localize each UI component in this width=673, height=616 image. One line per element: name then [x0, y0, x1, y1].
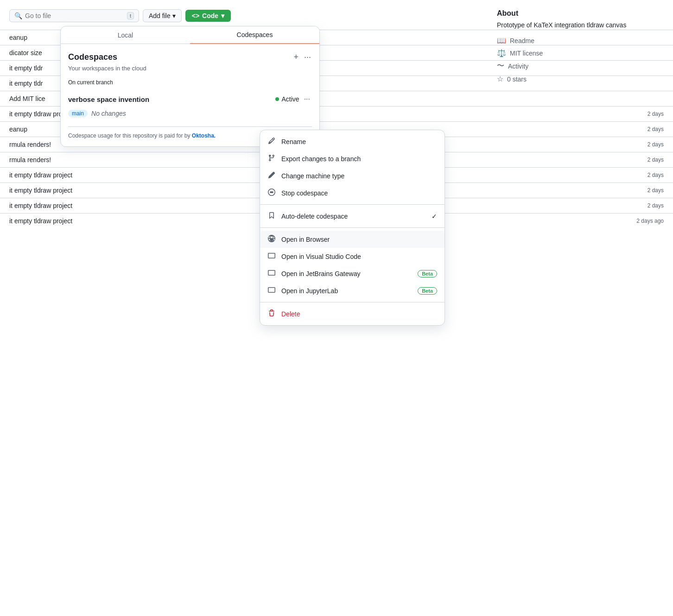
readme-link[interactable]: 📖 Readme	[497, 34, 654, 47]
commit-message: Add MIT lice	[9, 95, 45, 102]
status-text: Active	[282, 95, 299, 103]
export-branch-menu-item[interactable]: Export changes to a branch	[260, 150, 444, 167]
codespace-branch-row: main No changes	[68, 110, 312, 117]
change-machine-menu-item[interactable]: Change machine type	[260, 167, 444, 184]
commit-message: eanup	[9, 126, 27, 133]
code-label: Code	[202, 12, 218, 19]
code-brackets-icon: <>	[192, 12, 199, 19]
branch-label: On current branch	[68, 79, 312, 86]
code-chevron-icon: ▾	[221, 12, 224, 19]
auto-delete-label: Auto-delete codespace	[281, 213, 426, 220]
delete-menu-item[interactable]: Delete	[260, 305, 444, 322]
activity-link[interactable]: 〜 Activity	[497, 59, 654, 73]
codespace-item: verbose space invention Active ···	[68, 90, 312, 108]
monitor-icon	[267, 252, 276, 261]
divider-3	[260, 302, 444, 302]
activity-label: Activity	[508, 63, 528, 70]
about-panel: About Prototype of KaTeX integration tld…	[497, 9, 654, 85]
branch-icon	[267, 154, 276, 163]
codespaces-heading: Codespaces	[68, 52, 117, 62]
commit-time: 2 days	[648, 187, 664, 194]
commit-time: 2 days	[648, 111, 664, 117]
commit-message: it empty tldraw project	[9, 217, 72, 225]
stars-link[interactable]: ☆ 0 stars	[497, 73, 654, 85]
stop-icon	[267, 189, 276, 197]
codespaces-subtitle: Your workspaces in the cloud	[68, 65, 312, 72]
monitor3-icon	[267, 286, 276, 295]
about-heading: About	[497, 9, 654, 18]
activity-icon: 〜	[497, 61, 504, 71]
globe-icon	[267, 235, 276, 244]
commit-message: rmula renders!	[9, 141, 51, 148]
change-machine-label: Change machine type	[281, 172, 437, 180]
pencil-icon	[267, 137, 276, 146]
license-label: MIT license	[510, 50, 543, 57]
search-input[interactable]	[25, 12, 124, 19]
commit-message: it empty tldraw project	[9, 187, 72, 194]
tab-codespaces[interactable]: Codespaces	[190, 26, 319, 44]
commit-time: 2 days	[648, 126, 664, 132]
commit-time: 2 days ago	[636, 218, 664, 224]
codespaces-dropdown: Local Codespaces Codespaces + ··· Your w…	[60, 26, 320, 147]
readme-label: Readme	[510, 37, 534, 44]
no-changes-text: No changes	[91, 110, 126, 117]
stars-label: 0 stars	[507, 75, 527, 83]
codespace-meta: Active ···	[275, 94, 312, 104]
about-description: Prototype of KaTeX integration tldraw ca…	[497, 21, 654, 29]
open-browser-label: Open in Browser	[281, 236, 437, 243]
search-icon: 🔍	[14, 12, 22, 19]
open-vscode-label: Open in Visual Studio Code	[281, 253, 437, 260]
commit-message: rmula renders!	[9, 156, 51, 163]
bookmark-icon	[267, 212, 276, 220]
readme-icon: 📖	[497, 36, 506, 45]
auto-delete-menu-item[interactable]: Auto-delete codespace ✓	[260, 207, 444, 225]
star-icon: ☆	[497, 75, 503, 83]
open-jupyter-label: Open in JupyterLab	[281, 287, 412, 295]
commit-time: 2 days	[648, 141, 664, 148]
open-jetbrains-label: Open in JetBrains Gateway	[281, 270, 412, 277]
search-wrapper[interactable]: 🔍 t	[9, 9, 139, 22]
status-dot-icon	[275, 97, 279, 101]
delete-label: Delete	[281, 310, 437, 318]
commit-message: it empty tldr	[9, 80, 43, 87]
jupyter-beta-badge: Beta	[418, 287, 437, 295]
add-file-chevron-icon: ▾	[172, 12, 176, 19]
commit-time: 2 days	[648, 202, 664, 209]
more-options-button[interactable]: ···	[303, 51, 312, 63]
search-kbd: t	[127, 12, 134, 19]
codespace-name: verbose space invention	[68, 95, 149, 103]
trash-icon	[267, 309, 276, 318]
commit-message: it empty tldraw project	[9, 171, 72, 179]
stop-codespace-menu-item[interactable]: Stop codespace	[260, 184, 444, 201]
add-file-label: Add file	[149, 12, 171, 19]
code-button[interactable]: <> Code ▾	[185, 10, 231, 22]
export-branch-label: Export changes to a branch	[281, 155, 437, 163]
commit-message: eanup	[9, 34, 27, 41]
tab-local[interactable]: Local	[61, 26, 190, 44]
commit-message: it empty tldraw project	[9, 202, 72, 209]
license-link[interactable]: ⚖️ MIT license	[497, 47, 654, 59]
commit-time: 2 days	[648, 172, 664, 178]
monitor2-icon	[267, 269, 276, 278]
jetbrains-beta-badge: Beta	[418, 270, 437, 277]
branch-tag: main	[68, 110, 88, 117]
rename-label: Rename	[281, 138, 437, 145]
new-codespace-button[interactable]: +	[292, 51, 299, 63]
open-browser-menu-item[interactable]: Open in Browser	[260, 231, 444, 248]
open-jetbrains-menu-item[interactable]: Open in JetBrains Gateway Beta	[260, 265, 444, 282]
context-menu: Rename Export changes to a branch Change…	[260, 130, 445, 326]
add-file-button[interactable]: Add file ▾	[143, 9, 182, 22]
stop-codespace-label: Stop codespace	[281, 189, 437, 197]
license-icon: ⚖️	[497, 49, 506, 57]
pencil2-icon	[267, 171, 276, 180]
dropdown-tabs: Local Codespaces	[61, 26, 319, 44]
open-vscode-menu-item[interactable]: Open in Visual Studio Code	[260, 248, 444, 265]
header-actions: + ···	[292, 51, 312, 63]
dropdown-header: Codespaces + ···	[68, 51, 312, 63]
commit-time: 2 days	[648, 157, 664, 163]
codespace-more-button[interactable]: ···	[302, 94, 312, 104]
footer-org: Oktosha.	[192, 132, 216, 139]
rename-menu-item[interactable]: Rename	[260, 133, 444, 150]
open-jupyter-menu-item[interactable]: Open in JupyterLab Beta	[260, 282, 444, 299]
check-icon: ✓	[432, 213, 437, 220]
